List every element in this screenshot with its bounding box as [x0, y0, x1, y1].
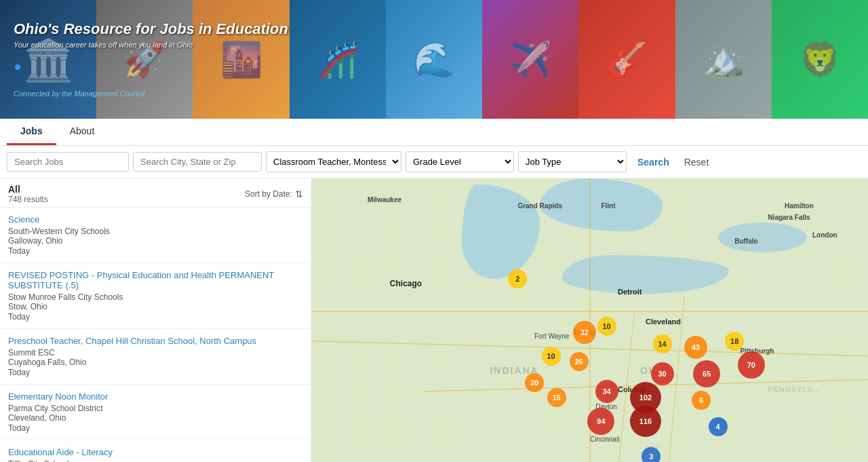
list-item[interactable]: Elementary Noon Monitor Parma City Schoo… — [0, 385, 311, 440]
job-date: Today — [8, 368, 303, 377]
header-banner: Ohio's Resource for Jobs in Education Yo… — [0, 0, 868, 119]
site-subtitle: Your education career takes off when you… — [14, 41, 288, 49]
grade-level-select[interactable]: Grade Level Elementary Middle School Hig… — [406, 151, 514, 172]
cluster-32[interactable]: 32 — [573, 321, 596, 344]
search-jobs-input[interactable] — [7, 152, 129, 172]
label-chicago: Chicago — [390, 279, 422, 288]
sort-icon: ⇅ — [295, 189, 303, 199]
job-date: Today — [8, 423, 303, 433]
map-background: Milwaukee Grand Rapids Flint Detroit Chi… — [312, 178, 868, 462]
lake-ontario — [718, 223, 807, 252]
label-fort-wayne: Fort Wayne — [534, 332, 569, 340]
lake-erie — [562, 255, 729, 294]
search-button[interactable]: Search — [631, 153, 676, 172]
cluster-94[interactable]: 94 — [587, 408, 614, 435]
cluster-43[interactable]: 43 — [684, 336, 707, 359]
sort-by-date-label: Sort by Date: — [245, 189, 292, 199]
svg-line-1 — [312, 341, 868, 356]
banner-panel-rock — [578, 0, 675, 119]
job-category-select[interactable]: Job Type Full Time Part Time Substitute — [518, 151, 627, 172]
banner-panel-coaster — [290, 0, 386, 119]
banner-panel-mountain — [675, 0, 772, 119]
jobs-panel: All 748 results Sort by Date: ⇅ Science … — [0, 178, 312, 462]
label-niagara: Niagara Falls — [768, 214, 810, 221]
cluster-10-top[interactable]: 10 — [597, 317, 616, 336]
job-title[interactable]: Science — [8, 214, 303, 225]
search-bar: Classroom Teacher, Montessori All Job Ty… — [0, 146, 868, 178]
tab-about[interactable]: About — [56, 119, 108, 145]
search-city-input[interactable] — [133, 152, 262, 172]
sort-label[interactable]: Sort by Date: ⇅ — [245, 189, 303, 199]
job-org: Summit ESC — [8, 348, 303, 358]
lake-michigan — [462, 185, 540, 280]
job-location: Cleveland, Ohio — [8, 413, 303, 423]
label-cincinnati: Cincinnati — [590, 436, 620, 443]
connected-label: Connected by the Management Council — [14, 90, 288, 98]
job-org: Stow Munroe Falls City Schools — [8, 292, 303, 302]
cluster-116[interactable]: 116 — [630, 406, 661, 437]
nav-bar: Jobs About — [0, 119, 868, 146]
job-title[interactable]: REVISED POSTING - Physical Education and… — [8, 270, 303, 290]
banner-panel-lake — [386, 0, 482, 119]
cluster-18[interactable]: 18 — [725, 332, 744, 351]
list-item[interactable]: Educational Aide - Literacy Tiffin City … — [0, 440, 311, 462]
job-location: Cuyahoga Falls, Ohio — [8, 358, 303, 367]
main-content: All 748 results Sort by Date: ⇅ Science … — [0, 178, 868, 462]
job-org: Parma City School District — [8, 404, 303, 413]
cluster-6[interactable]: 6 — [692, 391, 711, 410]
map-panel[interactable]: Milwaukee Grand Rapids Flint Detroit Chi… — [312, 178, 868, 462]
cluster-26[interactable]: 26 — [570, 352, 589, 371]
lake-huron — [540, 178, 662, 231]
label-hamilton: Hamilton — [785, 202, 814, 210]
cluster-3[interactable]: 3 — [642, 447, 660, 462]
jobs-header: All 748 results Sort by Date: ⇅ — [0, 178, 311, 208]
list-item[interactable]: Science South-Western City Schools Gallo… — [0, 208, 311, 263]
cluster-15[interactable]: 15 — [547, 388, 566, 407]
job-org: South-Western City Schools — [8, 227, 303, 236]
cluster-2[interactable]: 2 — [508, 269, 527, 288]
label-pa-label: PENNSYLV... — [768, 385, 821, 393]
label-london-on: London — [812, 231, 837, 239]
tab-jobs[interactable]: Jobs — [7, 119, 56, 145]
label-cleveland: Cleveland — [646, 317, 681, 326]
cluster-65[interactable]: 65 — [693, 360, 720, 387]
banner-panel-plane — [482, 0, 578, 119]
job-title[interactable]: Elementary Noon Monitor — [8, 391, 303, 402]
filter-all-label: All — [8, 184, 48, 195]
cluster-4[interactable]: 4 — [709, 417, 728, 436]
cluster-20[interactable]: 20 — [525, 373, 544, 392]
job-date: Today — [8, 312, 303, 322]
cluster-70[interactable]: 70 — [738, 351, 765, 379]
job-location: Galloway, Ohio — [8, 236, 303, 246]
list-item[interactable]: Preschool Teacher, Chapel Hill Christian… — [0, 329, 311, 385]
banner-text: Ohio's Resource for Jobs in Education Yo… — [14, 20, 288, 98]
job-date: Today — [8, 246, 303, 256]
results-count: 748 results — [8, 195, 48, 204]
cluster-34[interactable]: 34 — [595, 380, 618, 403]
cluster-14[interactable]: 14 — [653, 334, 672, 353]
label-milwaukee: Milwaukee — [368, 196, 401, 204]
svg-line-4 — [618, 311, 635, 462]
job-org: Tiffin City Schools — [8, 459, 303, 462]
site-title: Ohio's Resource for Jobs in Education — [14, 20, 288, 38]
cluster-10-left[interactable]: 10 — [542, 347, 561, 366]
job-title[interactable]: Preschool Teacher, Chapel Hill Christian… — [8, 336, 303, 346]
reset-button[interactable]: Reset — [680, 153, 713, 172]
banner-panel-zoo — [772, 0, 868, 119]
cluster-30[interactable]: 30 — [651, 362, 674, 385]
list-item[interactable]: REVISED POSTING - Physical Education and… — [0, 263, 311, 329]
job-location: Stow, Ohio — [8, 302, 303, 311]
job-type-select[interactable]: Classroom Teacher, Montessori All Job Ty… — [266, 151, 401, 172]
job-title[interactable]: Educational Aide - Literacy — [8, 447, 303, 457]
jobs-header-left: All 748 results — [8, 184, 48, 204]
